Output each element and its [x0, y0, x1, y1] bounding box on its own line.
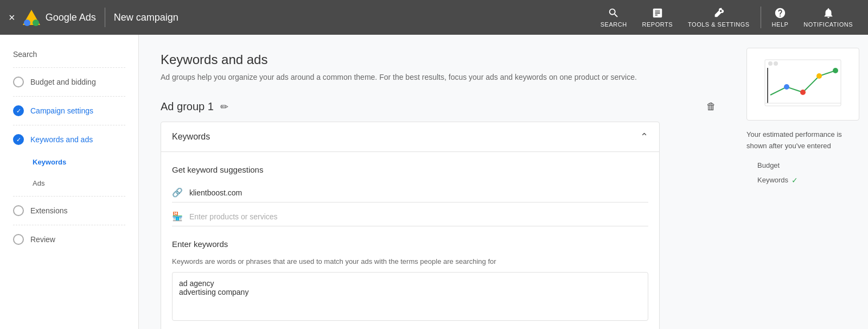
google-ads-icon	[22, 8, 41, 27]
url-input[interactable]	[189, 188, 648, 197]
sidebar-item-campaign-settings[interactable]: ✓ Campaign settings	[0, 99, 138, 123]
step-circle-budget	[13, 77, 24, 87]
svg-point-5	[768, 61, 773, 66]
close-button[interactable]: ×	[9, 11, 15, 24]
link-icon: 🔗	[172, 187, 183, 198]
svg-point-9	[816, 73, 822, 79]
sidebar-item-label: Extensions	[30, 206, 67, 215]
enter-keywords-desc: Keywords are words or phrases that are u…	[172, 257, 648, 265]
sidebar-item-label: Search	[13, 50, 37, 59]
sidebar-divider-2	[13, 96, 125, 97]
sidebar-divider-3	[13, 125, 125, 125]
performance-chart	[746, 48, 859, 121]
right-panel: Your estimated performance is shown afte…	[738, 35, 868, 329]
sidebar-item-label: Ads	[33, 179, 44, 187]
url-input-row: 🔗	[172, 183, 648, 203]
sidebar-item-review[interactable]: Review	[0, 227, 138, 251]
nav-actions: SEARCH REPORTS TOOLS & SETTINGS HELP NOT…	[594, 3, 859, 32]
keywords-textarea[interactable]: ad agency advertising company	[172, 272, 648, 321]
keywords-card-header[interactable]: Keywords ⌃	[161, 122, 659, 152]
notifications-nav-button[interactable]: NOTIFICATIONS	[797, 3, 859, 32]
reports-nav-icon	[652, 7, 663, 19]
ad-group-header: Ad group 1 ✏ 🗑	[161, 100, 716, 113]
enter-keywords-section: Enter keywords Keywords are words or phr…	[172, 239, 648, 322]
sidebar-item-budget[interactable]: Budget and bidding	[0, 70, 138, 94]
help-nav-button[interactable]: HELP	[765, 3, 795, 32]
edit-icon[interactable]: ✏	[220, 101, 228, 113]
sidebar-item-keywords-ads[interactable]: ✓ Keywords and ads	[0, 128, 138, 151]
nav-action-divider	[761, 7, 761, 28]
svg-point-7	[784, 84, 789, 90]
sidebar-divider-5	[13, 225, 125, 225]
chevron-up-icon: ⌃	[640, 131, 648, 143]
step-circle-review	[13, 234, 24, 245]
performance-text: Your estimated performance is shown afte…	[746, 129, 859, 152]
sidebar-item-label: Review	[30, 235, 55, 244]
top-nav: × Google Ads New campaign SEARCH REPORTS…	[0, 0, 868, 35]
get-suggestions-label: Get keyword suggestions	[172, 165, 648, 174]
sidebar-divider	[13, 67, 125, 68]
campaign-title: New campaign	[114, 12, 178, 23]
sidebar-item-label: Budget and bidding	[30, 78, 96, 86]
help-nav-icon	[774, 7, 786, 19]
sidebar: Search Budget and bidding ✓ Campaign set…	[0, 35, 139, 329]
chart-svg	[760, 57, 846, 111]
store-icon: 🏪	[172, 211, 183, 222]
sidebar-item-label: Keywords	[33, 158, 66, 166]
keywords-card-body: Get keyword suggestions 🔗 🏪 Enter keywor…	[161, 152, 659, 329]
main-layout: Search Budget and bidding ✓ Campaign set…	[0, 35, 868, 329]
nav-divider	[105, 8, 105, 27]
check-icon: ✓	[792, 173, 798, 188]
svg-point-10	[833, 68, 838, 73]
tools-nav-icon	[713, 7, 725, 19]
keywords-card: Keywords ⌃ Get keyword suggestions 🔗 🏪 E…	[161, 122, 660, 329]
sidebar-item-label: Campaign settings	[30, 106, 93, 115]
page-subtitle: Ad groups help you organize your ads aro…	[161, 72, 649, 83]
products-input-row: 🏪	[172, 207, 648, 226]
sidebar-item-label: Keywords and ads	[30, 135, 93, 144]
svg-point-8	[800, 90, 806, 95]
sidebar-item-extensions[interactable]: Extensions	[0, 199, 138, 223]
perf-list-item-label: Keywords	[757, 173, 788, 187]
reports-nav-button[interactable]: REPORTS	[636, 3, 679, 32]
sidebar-divider-4	[13, 196, 125, 197]
svg-point-6	[774, 61, 778, 66]
perf-list-item-label: Budget	[757, 159, 780, 173]
delete-icon[interactable]: 🗑	[706, 101, 716, 112]
ad-group-title: Ad group 1	[161, 100, 214, 113]
notifications-nav-icon	[822, 7, 834, 19]
step-circle-extensions	[13, 205, 24, 216]
search-nav-icon	[608, 7, 620, 19]
tools-nav-button[interactable]: TOOLS & SETTINGS	[681, 3, 756, 32]
svg-rect-4	[765, 60, 841, 106]
app-logo: Google Ads	[22, 8, 96, 27]
perf-list-item-budget: Budget	[757, 159, 859, 173]
page-title: Keywords and ads	[161, 52, 716, 67]
sidebar-item-search[interactable]: Search	[0, 43, 138, 65]
keywords-card-title: Keywords	[172, 132, 640, 142]
svg-point-2	[33, 20, 39, 26]
step-circle-campaign: ✓	[13, 105, 24, 116]
app-name: Google Ads	[46, 12, 96, 23]
step-circle-keywords-ads: ✓	[13, 134, 24, 145]
perf-list-item-keywords: Keywords ✓	[757, 173, 859, 188]
sidebar-item-ads[interactable]: Ads	[0, 173, 138, 194]
search-nav-button[interactable]: SEARCH	[594, 3, 634, 32]
content-area: Keywords and ads Ad groups help you orga…	[139, 35, 738, 329]
sidebar-item-keywords[interactable]: Keywords	[0, 151, 138, 173]
performance-list: Budget Keywords ✓	[746, 159, 859, 188]
enter-keywords-label: Enter keywords	[172, 239, 648, 249]
products-input[interactable]	[189, 212, 648, 221]
svg-point-1	[24, 20, 30, 26]
